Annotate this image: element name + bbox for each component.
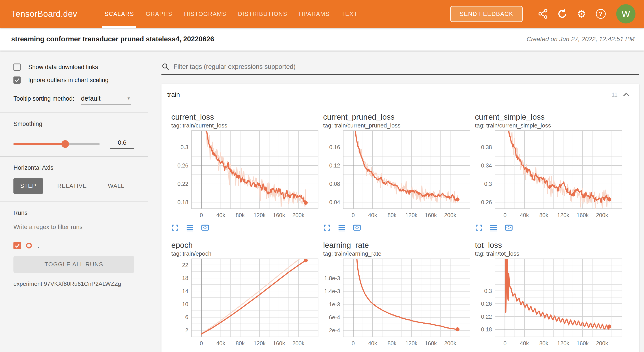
chart-plot[interactable]: 0.260.30.340.38040k80k120k160k200k: [475, 130, 622, 219]
svg-text:18: 18: [182, 275, 188, 281]
svg-text:80k: 80k: [539, 212, 548, 218]
show-download-links-checkbox[interactable]: Show data download links: [14, 63, 134, 71]
svg-text:200k: 200k: [596, 340, 608, 347]
tooltip-sorting-select[interactable]: default ▼: [80, 94, 131, 105]
avatar[interactable]: W: [616, 4, 636, 23]
svg-text:80k: 80k: [236, 212, 245, 218]
series-smoothed-line: [356, 258, 458, 330]
chart-title: learning_rate: [323, 240, 470, 250]
refresh-icon[interactable]: [555, 6, 570, 21]
svg-text:160k: 160k: [425, 340, 437, 347]
svg-text:1.4e-3: 1.4e-3: [324, 288, 340, 294]
svg-text:80k: 80k: [388, 212, 396, 218]
chart-title: tot_loss: [475, 240, 622, 250]
svg-text:0: 0: [352, 212, 355, 218]
svg-text:160k: 160k: [576, 340, 589, 347]
tab-histograms[interactable]: HISTOGRAMS: [178, 0, 232, 28]
settings-icon[interactable]: ⚙: [574, 6, 589, 21]
chart-toolbar: [475, 223, 622, 232]
maximize-icon[interactable]: [475, 223, 485, 232]
horizontal-axis-label: Horizontal Axis: [14, 164, 134, 171]
experiment-title: streaming conformer transducer pruned st…: [11, 35, 214, 43]
series-raw-line: [201, 258, 301, 334]
svg-text:0.22: 0.22: [481, 314, 492, 320]
checkbox-checked-icon: [14, 76, 20, 84]
train-group-header[interactable]: train 11: [162, 84, 639, 105]
share-icon[interactable]: [536, 6, 550, 21]
runs-filter-input[interactable]: [14, 221, 134, 234]
svg-text:0: 0: [352, 340, 355, 347]
send-feedback-button[interactable]: SEND FEEDBACK: [450, 6, 523, 22]
svg-text:40k: 40k: [520, 340, 529, 347]
toggle-all-runs-button[interactable]: TOGGLE ALL RUNS: [14, 256, 134, 273]
runs-table-icon[interactable]: [338, 223, 348, 232]
nav-tabs: SCALARS GRAPHS HISTOGRAMS DISTRIBUTIONS …: [99, 0, 364, 28]
chevron-up-icon[interactable]: [622, 92, 630, 97]
question-mark: ?: [596, 9, 606, 19]
chart-plot[interactable]: 0.180.220.260.3040k80k120k160k200k: [475, 258, 622, 347]
runs-table-icon[interactable]: [490, 223, 500, 232]
chart-toolbar: [323, 223, 470, 232]
svg-text:14: 14: [182, 288, 188, 294]
smoothing-slider[interactable]: [14, 143, 100, 145]
svg-text:6e-4: 6e-4: [329, 314, 340, 321]
chart-tag: tag: train/learning_rate: [323, 250, 470, 257]
slider-thumb[interactable]: [61, 140, 69, 148]
runs-table-icon[interactable]: [186, 223, 196, 232]
series-raw-line: [505, 258, 609, 329]
gear-glyph: ⚙: [577, 9, 586, 19]
svg-text:160k: 160k: [273, 212, 285, 218]
help-icon[interactable]: ?: [594, 6, 608, 21]
sidebar-divider: [0, 113, 148, 113]
svg-text:0.26: 0.26: [481, 199, 492, 205]
svg-text:80k: 80k: [388, 340, 396, 347]
svg-text:0.04: 0.04: [329, 199, 340, 205]
svg-text:0.26: 0.26: [177, 162, 188, 169]
charts-grid: current_losstag: train/current_loss0.180…: [162, 105, 639, 352]
chart-plot[interactable]: 2e-46e-41e-31.4e-31.8e-3040k80k120k160k2…: [323, 258, 470, 347]
fit-domain-icon[interactable]: [201, 223, 211, 232]
svg-text:0.08: 0.08: [329, 181, 340, 187]
fit-domain-icon[interactable]: [353, 223, 363, 232]
run-row: .: [14, 242, 134, 249]
checkbox-unchecked-icon: [14, 63, 20, 71]
svg-text:160k: 160k: [576, 212, 589, 218]
maximize-icon[interactable]: [323, 223, 334, 232]
filter-tags-input[interactable]: [174, 63, 639, 70]
app-logo[interactable]: TensorBoard.dev: [11, 9, 77, 19]
run-color-swatch-icon: [26, 243, 32, 248]
chart-plot[interactable]: 0.040.080.120.16040k80k120k160k200k: [323, 130, 470, 219]
chart-card: current_losstag: train/current_loss0.180…: [171, 112, 318, 232]
slider-fill: [14, 143, 65, 145]
smoothing-value[interactable]: 0.6: [110, 139, 134, 149]
app-bar: TensorBoard.dev SCALARS GRAPHS HISTOGRAM…: [0, 0, 644, 28]
chart-title: current_simple_loss: [475, 112, 622, 122]
tab-hparams[interactable]: HPARAMS: [293, 0, 336, 28]
fit-domain-icon[interactable]: [504, 223, 515, 232]
tab-scalars[interactable]: SCALARS: [99, 0, 140, 28]
svg-text:200k: 200k: [292, 340, 304, 347]
show-download-links-label: Show data download links: [28, 64, 98, 71]
tab-distributions[interactable]: DISTRIBUTIONS: [232, 0, 293, 28]
chart-plot[interactable]: 2610141822040k80k120k160k200k: [171, 258, 318, 347]
experiment-id: experiment 97VKXf80Ru61CnP2ALWZZg: [14, 280, 134, 287]
svg-text:200k: 200k: [596, 212, 608, 218]
axis-wall-button[interactable]: WALL: [101, 178, 131, 194]
chart-title: current_loss: [171, 112, 318, 122]
svg-text:0.3: 0.3: [484, 288, 492, 294]
ignore-outliers-label: Ignore outliers in chart scaling: [28, 77, 108, 84]
tooltip-sorting-label: Tooltip sorting method:: [14, 95, 74, 102]
tab-text[interactable]: TEXT: [336, 0, 363, 28]
chart-plot[interactable]: 0.180.220.260.3040k80k120k160k200k: [171, 130, 318, 219]
chart-card: learning_ratetag: train/learning_rate2e-…: [323, 240, 470, 352]
svg-text:40k: 40k: [216, 340, 226, 347]
tab-graphs[interactable]: GRAPHS: [140, 0, 178, 28]
chart-card: epochtag: train/epoch2610141822040k80k12…: [171, 240, 318, 352]
ignore-outliers-checkbox[interactable]: Ignore outliers in chart scaling: [14, 76, 134, 84]
axis-step-button[interactable]: STEP: [14, 178, 43, 194]
maximize-icon[interactable]: [171, 223, 182, 232]
run-checkbox[interactable]: [14, 242, 21, 249]
svg-text:0.18: 0.18: [177, 199, 188, 205]
axis-relative-button[interactable]: RELATIVE: [50, 178, 94, 194]
svg-text:1.8e-3: 1.8e-3: [324, 275, 340, 281]
